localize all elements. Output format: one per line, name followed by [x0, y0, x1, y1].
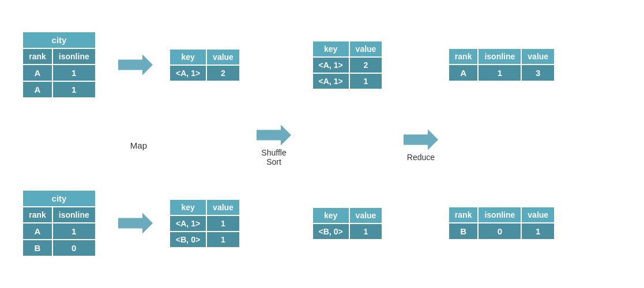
top-map-col2: value: [206, 49, 240, 65]
bot-shuffle-row1-key: <B, 0>: [312, 223, 349, 240]
arrow-icon: [118, 213, 153, 234]
top-row1-isonline: 1: [52, 65, 96, 81]
top-shuffle-row2-value: 1: [349, 73, 383, 89]
top-city-table: city rank isonline A 1 A 1: [22, 31, 96, 98]
bot-arrow1: [112, 213, 159, 234]
top-city-title: city: [22, 32, 95, 48]
map-label: Map: [130, 141, 147, 150]
top-shuffle-row2-key: <A, 1>: [312, 73, 349, 89]
top-reduce-row1-rank: A: [449, 65, 479, 81]
bot-city-col2: isonline: [52, 207, 96, 223]
top-reduce-col2: isonline: [478, 48, 521, 65]
bot-row1-isonline: 1: [52, 223, 96, 240]
bot-city-title: city: [22, 190, 95, 207]
top-shuffle-row1-value: 2: [349, 57, 383, 73]
top-city-col2: isonline: [52, 48, 96, 65]
bot-reduce-col1: rank: [449, 207, 479, 223]
top-shuffle-table: key value <A, 1> 2 <A, 1> 1: [297, 40, 398, 90]
bot-row2-rank: B: [22, 240, 52, 256]
bot-map-table: key value <A, 1> 1 <B, 0> 1: [159, 199, 251, 248]
top-map-row1-key: <A, 1>: [170, 65, 206, 81]
bot-map-row1-key: <A, 1>: [170, 215, 206, 232]
reduce-area: Reduce: [398, 127, 444, 162]
bot-reduce-col3: value: [521, 207, 555, 223]
top-row2-rank: A: [22, 81, 52, 98]
top-reduce-row1-isonline: 1: [478, 65, 521, 81]
shuffle-sort-label: Shuffle Sort: [261, 148, 286, 166]
bot-map-row1-value: 1: [206, 215, 240, 232]
top-reduce-table: rank isonline value A 1 3: [444, 48, 559, 82]
top-city-col1: rank: [22, 48, 52, 65]
bot-map-col2: value: [206, 199, 240, 215]
diagram: city rank isonline A 1 A 1 key value: [0, 0, 644, 288]
bot-row1-rank: A: [22, 223, 52, 240]
shuffle-sort-area: Shuffle Sort: [251, 122, 297, 166]
bot-reduce-row1-rank: B: [449, 223, 479, 240]
top-input-table: city rank isonline A 1 A 1: [6, 31, 112, 98]
bot-shuffle-table: key value <B, 0> 1: [297, 207, 398, 240]
top-shuffle-col2: value: [349, 41, 383, 57]
arrow-icon: [118, 55, 153, 75]
bot-reduce-table: rank isonline value B 0 1: [444, 206, 559, 240]
bot-row2-isonline: 0: [52, 240, 96, 256]
top-shuffle-col1: key: [312, 41, 349, 57]
top-reduce-row1-value: 3: [521, 65, 555, 81]
bot-map-row2-value: 1: [206, 232, 240, 248]
bot-input-table: city rank isonline A 1 B 0: [6, 190, 112, 257]
bot-map-row2-key: <B, 0>: [170, 232, 206, 248]
map-label-area: Map: [6, 138, 159, 150]
top-arrow1: [112, 55, 159, 75]
top-map-col1: key: [170, 49, 206, 65]
top-reduce-col1: rank: [449, 48, 479, 65]
reduce-arrow-icon: [404, 130, 438, 150]
bot-reduce-col2: isonline: [478, 207, 521, 223]
reduce-label: Reduce: [407, 153, 435, 162]
bot-city-col1: rank: [22, 207, 52, 223]
bot-map-col1: key: [170, 199, 206, 215]
top-map-table: key value <A, 1> 2: [159, 48, 251, 82]
top-row2-isonline: 1: [52, 81, 96, 98]
bot-shuffle-col1: key: [312, 207, 349, 223]
bot-shuffle-col2: value: [349, 207, 383, 223]
bot-shuffle-row1-value: 1: [349, 223, 383, 240]
top-map-row1-value: 2: [206, 65, 240, 81]
top-row1-rank: A: [22, 65, 52, 81]
bot-reduce-row1-isonline: 0: [478, 223, 521, 240]
top-shuffle-row1-key: <A, 1>: [312, 57, 349, 73]
shuffle-arrow-icon: [257, 125, 291, 146]
bot-reduce-row1-value: 1: [521, 223, 555, 240]
top-reduce-col3: value: [521, 48, 555, 65]
